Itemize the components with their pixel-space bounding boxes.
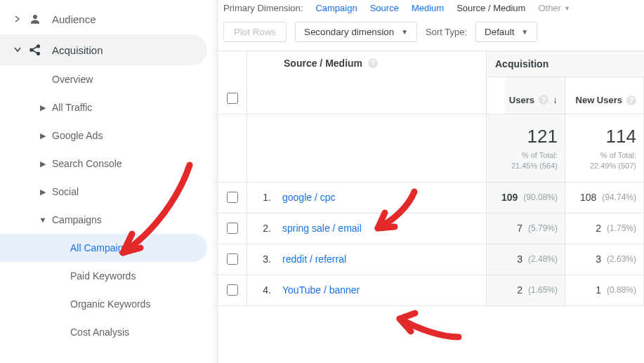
- row-source: 4.YouTube / banner: [247, 275, 487, 305]
- row-checkbox-cell: [218, 275, 247, 305]
- source-medium-link[interactable]: YouTube / banner: [282, 284, 360, 296]
- nav-campaigns[interactable]: ▼ Campaigns: [0, 206, 217, 234]
- secondary-dimension-dropdown[interactable]: Secondary dimension ▼: [295, 22, 417, 42]
- users-pct: (2.48%): [528, 254, 558, 264]
- chevron-right-icon: [13, 15, 22, 22]
- primary-dimension-bar: Primary Dimension: Campaign Source Mediu…: [218, 0, 644, 19]
- row-source: 3.reddit / referral: [247, 244, 487, 275]
- header-users[interactable]: Users ? ↓: [487, 77, 565, 114]
- caret-right-icon: ▶: [38, 131, 48, 140]
- row-checkbox-cell: [218, 244, 247, 275]
- controls-bar: Plot Rows Secondary dimension ▼ Sort Typ…: [218, 19, 644, 51]
- new-users-pct: (1.75%): [607, 223, 636, 233]
- summary-new-users: 114 % of Total: 22.49% (507): [565, 114, 644, 182]
- nav-cost-analysis[interactable]: Cost Analysis: [0, 318, 217, 346]
- nav-audience[interactable]: Audience: [0, 4, 217, 34]
- row-new-users: 1(0.88%): [565, 275, 644, 305]
- nav-acquisition[interactable]: Acquisition: [0, 34, 207, 65]
- nav-label: Organic Keywords: [70, 298, 150, 310]
- chevron-down-icon: [14, 45, 21, 55]
- new-users-value: 1: [596, 284, 601, 296]
- source-medium-link[interactable]: google / cpc: [282, 192, 336, 203]
- users-value: 109: [501, 192, 518, 203]
- header-new-users[interactable]: New Users ?: [565, 77, 644, 114]
- row-checkbox[interactable]: [227, 223, 238, 234]
- dimension-medium[interactable]: Medium: [412, 3, 444, 13]
- row-new-users: 108(94.74%): [565, 183, 644, 213]
- source-medium-link[interactable]: reddit / referral: [282, 253, 346, 265]
- row-index: 1.: [258, 192, 271, 203]
- nav-label: All Traffic: [52, 102, 92, 113]
- new-users-value: 2: [596, 223, 601, 234]
- nav-label: Search Console: [52, 158, 122, 169]
- sort-type-dropdown[interactable]: Default ▼: [475, 22, 537, 42]
- plot-rows-button[interactable]: Plot Rows: [223, 22, 287, 42]
- table-row: 3.reddit / referral3(2.48%)3(2.63%): [218, 244, 644, 275]
- row-users: 7(5.79%): [487, 213, 565, 244]
- caret-right-icon: ▶: [38, 103, 48, 112]
- dimension-source-medium[interactable]: Source / Medium: [456, 3, 525, 13]
- nav-paid-keywords[interactable]: Paid Keywords: [0, 262, 217, 290]
- caret-right-icon: ▶: [38, 187, 48, 197]
- row-index: 2.: [258, 223, 271, 234]
- row-users: 3(2.48%): [487, 244, 565, 275]
- row-checkbox-cell: [218, 183, 247, 213]
- dimension-other[interactable]: Other ▼: [538, 3, 570, 13]
- row-users: 2(1.65%): [487, 275, 565, 305]
- source-medium-link[interactable]: spring sale / email: [282, 223, 362, 234]
- help-icon[interactable]: ?: [626, 95, 636, 105]
- help-icon[interactable]: ?: [539, 95, 548, 105]
- row-new-users: 3(2.63%): [565, 244, 644, 275]
- summary-users: 121 % of Total: 21.45% (564): [487, 114, 565, 182]
- row-source: 1.google / cpc: [247, 183, 487, 213]
- nav-social[interactable]: ▶ Social: [0, 178, 217, 206]
- new-users-pct: (0.88%): [607, 285, 636, 295]
- table-row: 1.google / cpc109(90.08%)108(94.74%): [218, 183, 644, 213]
- users-value: 2: [517, 284, 523, 296]
- svg-line-5: [32, 51, 37, 53]
- users-pct: (5.79%): [528, 223, 558, 233]
- table-row: 4.YouTube / banner2(1.65%)1(0.88%): [218, 275, 644, 306]
- row-index: 4.: [258, 284, 271, 296]
- users-pct: (1.65%): [528, 285, 558, 295]
- nav-label: Audience: [52, 13, 96, 25]
- row-checkbox[interactable]: [227, 253, 238, 265]
- header-source-medium[interactable]: Source / Medium ?: [247, 51, 487, 114]
- nav-search-console[interactable]: ▶ Search Console: [0, 150, 217, 178]
- select-all-checkbox[interactable]: [227, 93, 238, 104]
- row-index: 3.: [258, 253, 271, 265]
- svg-line-4: [32, 47, 37, 50]
- row-source: 2.spring sale / email: [247, 213, 487, 244]
- users-value: 3: [517, 253, 523, 265]
- summary-row: 121 % of Total: 21.45% (564) 114 % of To…: [218, 114, 644, 183]
- new-users-pct: (94.74%): [602, 192, 636, 202]
- help-icon[interactable]: ?: [368, 58, 378, 68]
- new-users-value: 3: [596, 253, 601, 265]
- nav-label: Social: [52, 186, 79, 197]
- nav-organic-keywords[interactable]: Organic Keywords: [0, 290, 217, 318]
- dimension-campaign[interactable]: Campaign: [315, 3, 357, 13]
- nav-all-traffic[interactable]: ▶ All Traffic: [0, 93, 217, 121]
- svg-point-0: [33, 15, 37, 19]
- nav-all-campaigns[interactable]: All Campaigns: [0, 234, 207, 262]
- caret-down-icon: ▼: [401, 28, 408, 36]
- row-new-users: 2(1.75%): [565, 213, 644, 244]
- dimension-source[interactable]: Source: [370, 3, 399, 13]
- data-table: Source / Medium ? Acquisition Users ? ↓: [218, 51, 644, 306]
- main-panel: Primary Dimension: Campaign Source Mediu…: [218, 0, 644, 363]
- nav-label: Campaigns: [52, 214, 102, 225]
- nav-label: Acquisition: [52, 44, 103, 56]
- sort-type-label: Sort Type:: [426, 27, 467, 37]
- caret-down-icon: ▼: [38, 216, 48, 224]
- new-users-pct: (2.63%): [607, 254, 636, 264]
- row-checkbox[interactable]: [227, 284, 238, 296]
- caret-right-icon: ▶: [38, 159, 48, 169]
- row-checkbox[interactable]: [227, 192, 238, 203]
- table-row: 2.spring sale / email7(5.79%)2(1.75%): [218, 213, 644, 244]
- nav-google-ads[interactable]: ▶ Google Ads: [0, 121, 217, 150]
- caret-down-icon: ▼: [564, 5, 570, 12]
- nav-overview[interactable]: Overview: [0, 65, 217, 93]
- nav-label: Google Ads: [52, 130, 103, 141]
- row-checkbox-cell: [218, 213, 247, 244]
- header-checkbox-cell: [218, 51, 247, 114]
